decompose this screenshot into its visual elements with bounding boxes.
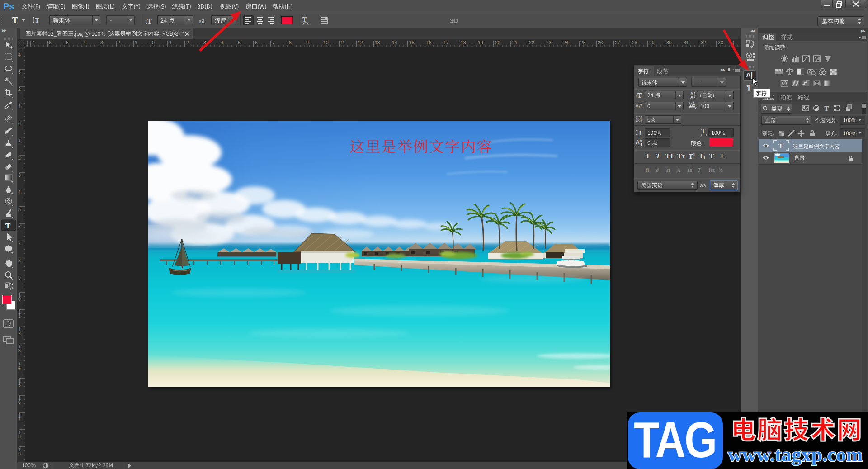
svg-text:VA: VA xyxy=(689,102,696,107)
svg-text:T: T xyxy=(35,17,39,24)
svg-text:T: T xyxy=(778,142,783,150)
svg-text:www.tagxp.com: www.tagxp.com xyxy=(728,444,863,466)
svg-text:V: V xyxy=(635,103,639,109)
svg-text:T: T xyxy=(5,222,11,230)
svg-text:A: A xyxy=(636,139,640,145)
svg-text:A: A xyxy=(690,95,693,99)
svg-text:a: a xyxy=(640,139,642,143)
svg-text:T: T xyxy=(824,105,829,112)
svg-text:T: T xyxy=(302,16,307,23)
svg-text:A: A xyxy=(639,103,642,109)
svg-text:T: T xyxy=(638,129,642,137)
svg-text:T: T xyxy=(701,128,706,135)
svg-text:哈: 哈 xyxy=(637,117,641,122)
